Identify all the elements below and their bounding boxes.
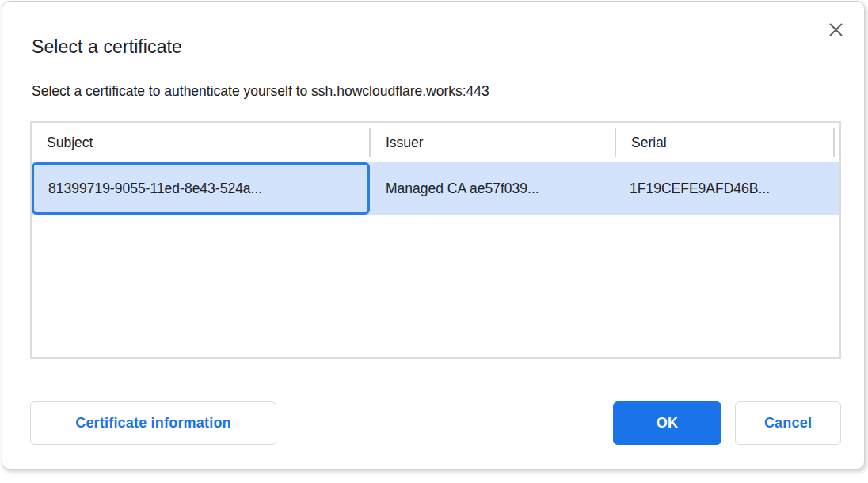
column-header-subject[interactable]: Subject <box>32 123 371 162</box>
certificate-table: Subject Issuer Serial 81399719-9055-11ed… <box>30 121 841 359</box>
column-header-issuer[interactable]: Issuer <box>371 123 616 162</box>
certificate-dialog-screen: Select a certificate Select a certificat… <box>0 0 868 483</box>
cell-subject: 81399719-9055-11ed-8e43-524a... <box>32 181 371 197</box>
ok-button[interactable]: OK <box>613 401 721 445</box>
page-title: Select a certificate <box>32 36 182 58</box>
dialog-subtitle: Select a certificate to authenticate you… <box>32 83 489 100</box>
select-certificate-dialog: Select a certificate Select a certificat… <box>2 1 865 470</box>
table-header-row: Subject Issuer Serial <box>32 123 839 162</box>
close-button[interactable] <box>826 20 845 39</box>
cell-issuer: Managed CA ae57f039... <box>371 181 616 197</box>
certificate-information-button[interactable]: Certificate information <box>30 401 276 445</box>
table-row[interactable]: 81399719-9055-11ed-8e43-524a... Managed … <box>32 162 839 215</box>
close-icon <box>828 21 844 38</box>
column-header-serial[interactable]: Serial <box>616 123 835 162</box>
cancel-button[interactable]: Cancel <box>735 401 841 445</box>
cell-serial: 1F19CEFE9AFD46B... <box>616 181 835 197</box>
